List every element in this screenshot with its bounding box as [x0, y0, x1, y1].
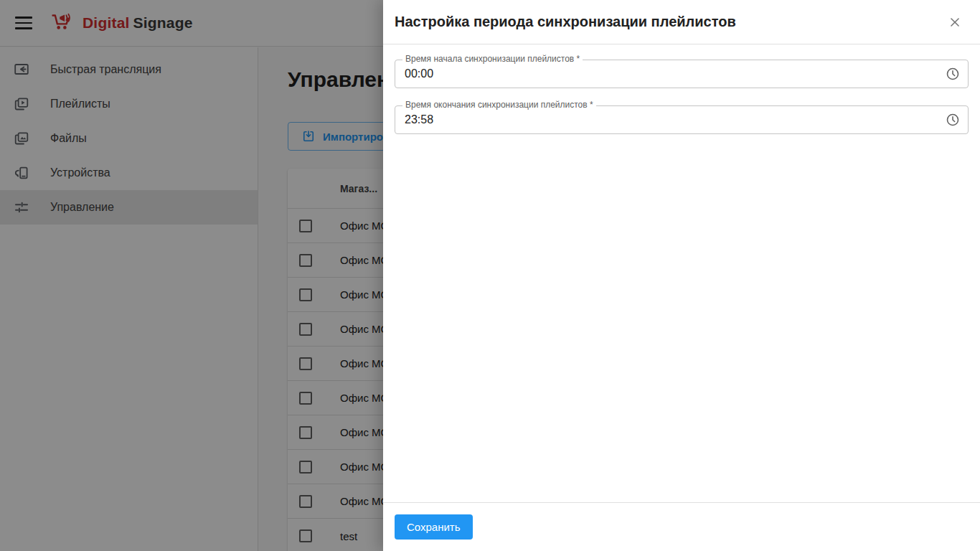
start-time-field[interactable]: Время начала синхронизации плейлистов * …	[395, 60, 969, 88]
drawer-header: Настройка периода синхронизации плейлист…	[383, 0, 980, 44]
drawer-body: Время начала синхронизации плейлистов * …	[383, 44, 980, 134]
save-button[interactable]: Сохранить	[395, 514, 473, 540]
end-time-input[interactable]: 23:58	[395, 106, 968, 133]
drawer-title: Настройка периода синхронизации плейлист…	[395, 14, 945, 30]
end-time-label: Время окончания синхронизации плейлистов…	[402, 100, 596, 110]
end-time-field[interactable]: Время окончания синхронизации плейлистов…	[395, 105, 969, 134]
drawer-footer: Сохранить	[383, 502, 980, 551]
clock-icon[interactable]	[944, 111, 961, 128]
start-time-input[interactable]: 00:00	[395, 60, 968, 88]
clock-icon[interactable]	[944, 65, 961, 83]
sync-period-drawer: Настройка периода синхронизации плейлист…	[383, 0, 980, 551]
close-icon[interactable]	[945, 12, 965, 32]
start-time-label: Время начала синхронизации плейлистов *	[402, 54, 583, 64]
app-root: DigitalSignage Быстрая трансляция Плейли…	[0, 0, 980, 551]
